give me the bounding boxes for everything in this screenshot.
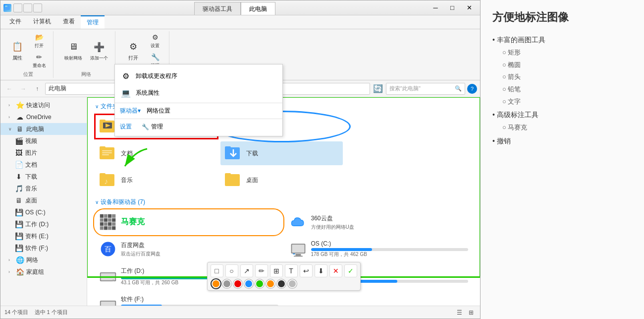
color-orange2[interactable] (266, 279, 275, 288)
color-orange[interactable] (212, 279, 220, 288)
device-item-osdrive[interactable]: OS (C:) 178 GB 可用，共 462 GB (285, 237, 473, 261)
ann-text-tool[interactable]: T (285, 264, 298, 277)
sidebar-item-quickaccess[interactable]: › ⭐ 快速访问 (0, 99, 87, 111)
sidebar-item-onedrive[interactable]: › ☁ OneDrive (0, 111, 87, 123)
help-button[interactable]: ? (467, 84, 477, 94)
color-gray[interactable] (222, 279, 231, 288)
tab-driver-tools[interactable]: 驱动器工具 (194, 2, 241, 15)
sublist-pencil: 铅笔 (502, 83, 632, 96)
properties-button[interactable]: 📋 属性 (7, 38, 27, 63)
sidebar-item-homegroup[interactable]: › 🏠 家庭组 (0, 266, 87, 278)
color-lightgray[interactable] (288, 279, 297, 288)
quick-btn-2[interactable] (23, 3, 32, 12)
ann-rect-tool[interactable]: □ (211, 264, 223, 277)
quick-btn-3[interactable] (33, 3, 42, 12)
downloads-icon: ⬇ (14, 172, 23, 181)
maximize-button[interactable]: □ (444, 3, 460, 13)
ann-save-tool[interactable]: ⬇ (315, 264, 327, 277)
device-item-mosaic[interactable]: 马赛克 (95, 210, 282, 234)
dropdown-uninstall[interactable]: ⚙ 卸载或更改程序 (115, 67, 282, 84)
open-button[interactable]: 📂 打开 (29, 31, 49, 50)
svg-rect-33 (104, 222, 107, 226)
file-item-documents[interactable]: 文档 (95, 141, 217, 165)
chevron-thispc: ∨ (8, 127, 13, 131)
sidebar-item-documents[interactable]: 📄 文档 (0, 159, 87, 171)
cloud360-sub: 方便好用的网络U盘 (311, 224, 469, 231)
add-location-button[interactable]: ➕ 添加一个 (87, 39, 111, 63)
ann-cancel-tool[interactable]: ✕ (329, 264, 342, 277)
documents-icon: 📄 (14, 160, 23, 169)
open2-button[interactable]: ⚙ 打开 (123, 38, 143, 63)
ann-pencil-tool[interactable]: ✏ (255, 264, 268, 277)
color-black[interactable] (277, 279, 286, 288)
ann-undo-tool[interactable]: ↩ (300, 264, 313, 277)
minimize-button[interactable]: ─ (428, 3, 443, 13)
device-item-softwaredrive[interactable]: 软件 (F:) 74.2 GB 可用，共 99.9 GB (95, 292, 282, 306)
sidebar-item-music[interactable]: 🎵 音乐 (0, 183, 87, 194)
sidebar-item-downloads[interactable]: ⬇ 下载 (0, 171, 87, 183)
search-bar[interactable]: 搜索"此电脑" 🔍 (386, 83, 465, 95)
color-red[interactable] (233, 279, 242, 288)
sidebar-item-desktop[interactable]: 🖥 桌面 (0, 194, 87, 206)
grid-view-button[interactable]: ⊞ (466, 308, 476, 318)
sidebar-item-thispc[interactable]: ∨ 🖥 此电脑 (0, 123, 87, 135)
sidebar-item-network[interactable]: › 🌐 网络 (0, 254, 87, 266)
ann-ellipse-tool[interactable]: ○ (225, 264, 238, 277)
music-icon: 🎵 (14, 184, 23, 193)
device-item-360cloud[interactable]: 360云盘 方便好用的网络U盘 (285, 210, 473, 234)
sidebar-item-workdrive[interactable]: 💾 工作 (D:) (0, 218, 87, 230)
map-drive-button[interactable]: 🖥 映射网络 (61, 39, 85, 63)
baidu-info: 百度网盘 双击运行百度网盘 (121, 241, 278, 257)
onedrive-icon: ☁ (15, 113, 24, 122)
ann-arrow-tool[interactable]: ↗ (240, 264, 253, 277)
rename-label: 重命名 (33, 63, 46, 69)
sidebar-item-video[interactable]: 🎬 视频 (0, 135, 87, 147)
settings-label: 设置 (151, 43, 160, 49)
color-green[interactable] (255, 279, 264, 288)
add-location-icon: ➕ (92, 40, 106, 54)
downloads-label: 下载 (25, 173, 84, 181)
search-placeholder: 搜索"此电脑" (389, 85, 421, 92)
refresh-button[interactable]: 🔄 (372, 83, 384, 95)
title-bar-left (3, 3, 42, 12)
list-view-button[interactable]: ☰ (454, 308, 464, 318)
svg-text:♪: ♪ (104, 177, 108, 186)
color-blue[interactable] (244, 279, 253, 288)
up-button[interactable]: ↑ (31, 83, 43, 95)
sidebar-item-softwaredrive[interactable]: 💾 软件 (F:) (0, 242, 87, 254)
downloads-folder-name: 下载 (246, 149, 258, 158)
undo-label: 撤销 (497, 137, 511, 145)
baidu-icon: 百 (99, 240, 117, 258)
device-item-baidu[interactable]: 百 百度网盘 双击运行百度网盘 (95, 237, 282, 261)
rename-button[interactable]: ✏ 重命名 (29, 51, 49, 70)
quick-btn-1[interactable] (13, 3, 22, 12)
ann-mosaic-tool[interactable]: ⊞ (270, 264, 283, 277)
desktop-folder-name: 桌面 (246, 176, 258, 185)
tab-this-pc[interactable]: 此电脑 (241, 2, 275, 15)
svg-rect-37 (104, 226, 107, 230)
ribbon-tab-manage[interactable]: 管理 (81, 15, 105, 29)
file-item-desktop[interactable]: 桌面 (220, 168, 343, 192)
advanced-tools-label: 高级标注工具 (497, 111, 538, 119)
dropdown-divider-1 (115, 103, 282, 103)
dropdown-sysprop[interactable]: 💻 系统属性 (115, 84, 282, 101)
ribbon-tab-file[interactable]: 文件 (3, 15, 27, 29)
ribbon-tab-computer[interactable]: 计算机 (27, 15, 57, 29)
title-quick-buttons (13, 3, 42, 12)
ann-confirm-tool[interactable]: ✓ (344, 264, 357, 277)
devices-grid: 马赛克 360云盘 方便好 (95, 210, 472, 306)
file-item-music[interactable]: ♪ 音乐 (95, 168, 217, 192)
file-item-downloads[interactable]: 下载 (220, 141, 343, 165)
documents-folder-name: 文档 (121, 149, 133, 158)
chevron-onedrive: › (8, 115, 13, 120)
forward-button[interactable]: → (17, 83, 29, 95)
sidebar-item-datadrive[interactable]: 💾 资料 (E:) (0, 230, 87, 242)
settings-button[interactable]: ⚙ 设置 (145, 31, 165, 50)
svg-rect-13 (102, 150, 112, 151)
ribbon-tab-view[interactable]: 查看 (57, 15, 81, 29)
sidebar-item-pictures[interactable]: 🖼 图片 (0, 147, 87, 159)
right-list-item-undo: 撤销 (492, 134, 632, 148)
close-button[interactable]: ✕ (461, 3, 477, 13)
back-button[interactable]: ← (3, 83, 15, 95)
sidebar-item-osdrive[interactable]: 💾 OS (C:) (0, 206, 87, 218)
